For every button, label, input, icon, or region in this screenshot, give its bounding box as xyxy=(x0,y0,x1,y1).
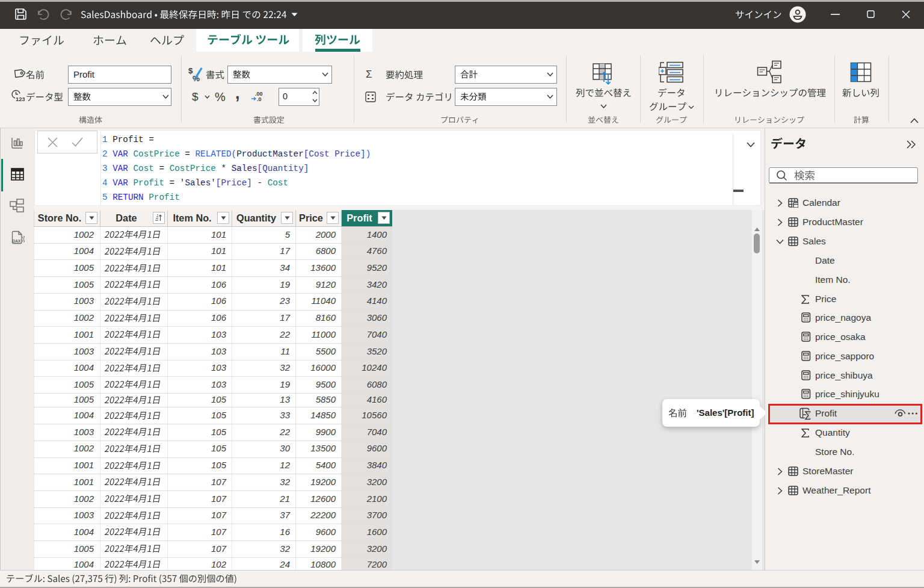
svg-text:123: 123 xyxy=(16,96,25,102)
svg-text:.0: .0 xyxy=(257,96,262,102)
svg-text:DAX: DAX xyxy=(12,239,21,243)
